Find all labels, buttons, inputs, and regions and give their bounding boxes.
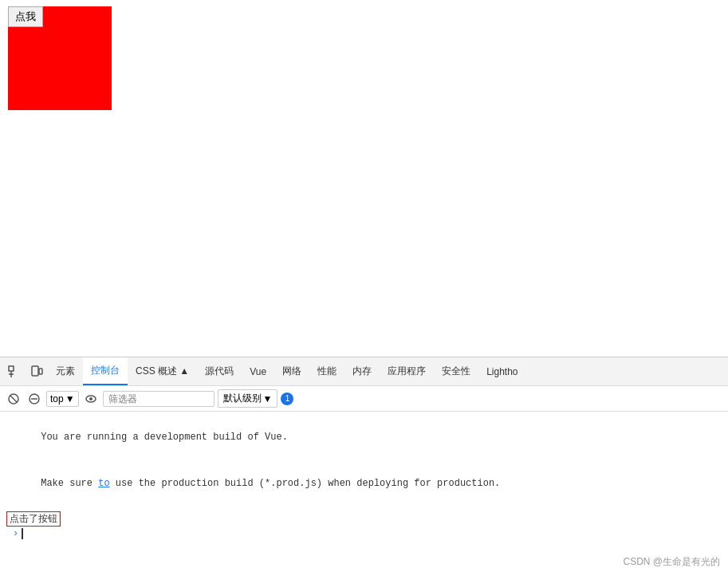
tab-security[interactable]: 安全性 <box>434 358 478 385</box>
tab-elements[interactable]: 元素 <box>48 358 83 385</box>
tab-css-overview[interactable]: CSS 概述 ▲ <box>128 358 197 385</box>
svg-rect-4 <box>39 369 42 374</box>
console-output: You are running a development build of V… <box>0 412 728 544</box>
browser-viewport: 点我 <box>0 0 728 357</box>
top-label: top <box>50 393 64 404</box>
tab-application[interactable]: 应用程序 <box>380 358 434 385</box>
tab-lighthouse[interactable]: Lightho <box>478 360 525 384</box>
clear-console-icon[interactable] <box>5 390 22 408</box>
console-line-1: You are running a development build of V… <box>6 415 722 461</box>
inspect-icon[interactable] <box>5 362 24 381</box>
filter-input[interactable] <box>103 391 214 407</box>
badge-count: 1 <box>281 393 293 405</box>
level-arrow: ▼ <box>263 393 273 404</box>
tab-performance[interactable]: 性能 <box>309 358 344 385</box>
tab-vue[interactable]: Vue <box>242 360 274 384</box>
svg-line-6 <box>10 396 17 402</box>
eye-icon[interactable] <box>82 390 100 408</box>
context-selector[interactable]: top ▼ <box>46 391 79 407</box>
device-icon[interactable] <box>27 362 46 381</box>
dropdown-arrow: ▼ <box>65 393 75 404</box>
devtools-tabbar: 元素 控制台 CSS 概述 ▲ 源代码 Vue 网络 性能 内存 应用程序 安全… <box>0 357 728 386</box>
clicked-output-line: 点击了按钮 <box>6 510 722 527</box>
console-input-line[interactable]: › <box>6 527 722 541</box>
svg-rect-0 <box>9 366 14 371</box>
highlight-to: to <box>98 478 109 489</box>
block-icon[interactable] <box>26 390 43 408</box>
console-line-2: Make sure to use the production build (*… <box>6 461 722 507</box>
level-selector[interactable]: 默认级别 ▼ <box>218 389 278 408</box>
chevron-right-icon: › <box>13 528 18 539</box>
error-badge: 1 <box>281 393 293 405</box>
clicked-label: 点击了按钮 <box>6 511 61 527</box>
watermark: CSDN @生命是有光的 <box>623 555 720 569</box>
svg-rect-3 <box>32 366 38 376</box>
cursor <box>22 528 23 539</box>
console-toolbar: top ▼ 默认级别 ▼ 1 <box>0 386 728 412</box>
tab-memory[interactable]: 内存 <box>344 358 380 385</box>
tab-sources[interactable]: 源代码 <box>197 358 242 385</box>
click-button[interactable]: 点我 <box>8 6 43 27</box>
devtools-panel: 元素 控制台 CSS 概述 ▲ 源代码 Vue 网络 性能 内存 应用程序 安全… <box>0 357 728 572</box>
tab-network[interactable]: 网络 <box>274 358 309 385</box>
level-label: 默认级别 <box>223 392 262 405</box>
svg-point-10 <box>89 397 92 400</box>
tab-console[interactable]: 控制台 <box>83 357 128 385</box>
